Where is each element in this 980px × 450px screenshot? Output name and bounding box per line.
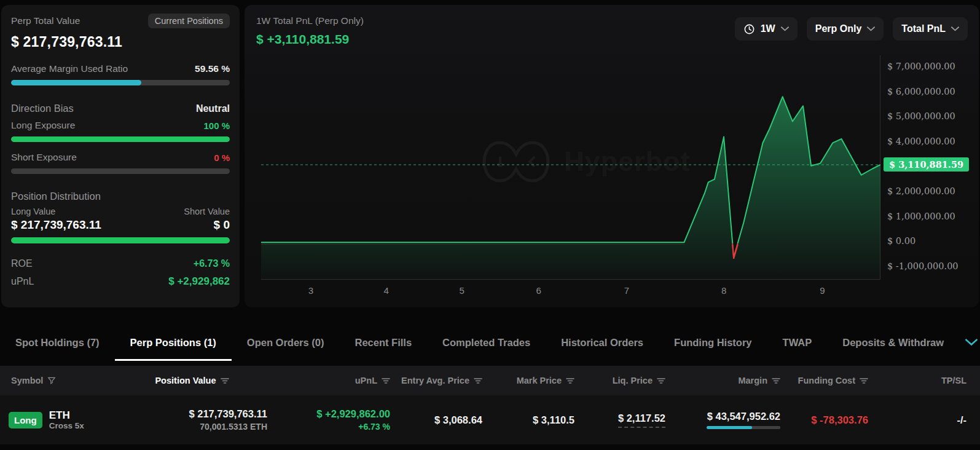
y-axis-label: $ 5,000,000.00: [887, 111, 955, 121]
chart-title: 1W Total PnL (Perp Only): [256, 15, 364, 26]
scope-label: Perp Only: [815, 23, 862, 34]
cell-tp-sl: -/-: [868, 414, 980, 426]
y-axis-label: $ 2,000,000.00: [887, 186, 955, 196]
dashboard: Perp Total Value Current Positions $ 217…: [0, 0, 980, 450]
funnel-icon: [47, 376, 56, 385]
column-header-margin[interactable]: Margin: [665, 376, 780, 385]
short-exposure-value: 0 %: [214, 152, 230, 163]
side-badge: Long: [9, 412, 42, 428]
positions-table-header: SymbolPosition ValueuPnLEntry Avg. Price…: [0, 366, 980, 395]
column-header-liq-price[interactable]: Liq. Price: [574, 376, 665, 385]
cell-liq-price[interactable]: $ 2,117.52: [574, 412, 665, 428]
tab-perp-positions-1[interactable]: Perp Positions (1): [115, 324, 232, 361]
long-exposure-value: 100 %: [203, 120, 230, 131]
tab-twap[interactable]: TWAP: [767, 324, 828, 361]
long-exposure-bar-fill: [11, 136, 230, 142]
y-axis-label: $ 7,000,000.00: [887, 61, 955, 71]
short-exposure-bar-track: [11, 168, 230, 174]
y-axis-label: $ 1,000,000.00: [887, 211, 955, 221]
more-tabs-button[interactable]: [959, 324, 980, 361]
sort-icon: [221, 377, 229, 384]
tab-deposits-withdraw[interactable]: Deposits & Withdraw: [827, 324, 959, 361]
column-header-symbol[interactable]: Symbol: [0, 376, 117, 385]
x-axis-label: 6: [536, 285, 541, 296]
tab-completed-trades[interactable]: Completed Trades: [427, 324, 546, 361]
cell-funding-cost: $ -78,303.76: [780, 414, 868, 426]
y-axis-label: $ -1,000,000.00: [887, 261, 958, 271]
column-header-entry-avg-price[interactable]: Entry Avg. Price: [390, 376, 482, 385]
perp-total-value: $ 217,739,763.11: [11, 34, 230, 50]
sort-icon: [657, 377, 665, 384]
long-exposure-bar-track: [11, 136, 230, 142]
x-axis-label: 5: [460, 285, 465, 296]
cell-upnl: $ +2,929,862.00+6.73 %: [267, 408, 390, 432]
cell-margin: $ 43,547,952.62: [665, 411, 780, 429]
chart-controls: 1W Perp Only Total PnL: [735, 17, 968, 41]
upnl-value: $ +2,929,862: [168, 275, 230, 288]
position-distribution-label: Position Distribution: [11, 191, 230, 202]
column-header-funding-cost[interactable]: Funding Cost: [780, 376, 868, 385]
tab-recent-fills[interactable]: Recent Fills: [339, 324, 427, 361]
x-axis-label: 3: [308, 285, 313, 296]
cell-entry-avg-price: $ 3,068.64: [390, 414, 482, 426]
sort-icon: [474, 377, 482, 384]
tab-open-orders-0[interactable]: Open Orders (0): [232, 324, 340, 361]
y-axis-label: $ 6,000,000.00: [887, 87, 955, 97]
metric-dropdown[interactable]: Total PnL: [893, 17, 968, 41]
long-value-label: Long Value: [11, 207, 55, 216]
perp-total-value-label: Perp Total Value: [11, 15, 80, 26]
position-row[interactable]: LongETHCross 5x$ 217,739,763.1170,001.53…: [0, 395, 980, 444]
pnl-chart-plot[interactable]: [261, 55, 880, 280]
margin-usage-bar: [707, 426, 780, 429]
column-header-tp-sl[interactable]: TP/SL: [868, 376, 980, 385]
distribution-bar-fill: [11, 237, 230, 243]
metric-label: Total PnL: [901, 23, 946, 34]
sort-icon: [860, 377, 868, 384]
timeframe-label: 1W: [761, 23, 775, 34]
column-header-position-value[interactable]: Position Value: [117, 376, 267, 385]
y-axis-label: $ 4,000,000.00: [887, 136, 955, 146]
timeframe-dropdown[interactable]: 1W: [735, 17, 798, 41]
scope-dropdown[interactable]: Perp Only: [807, 17, 884, 41]
column-header-mark-price[interactable]: Mark Price: [482, 376, 574, 385]
direction-bias-value: Neutral: [196, 103, 230, 114]
chevron-down-icon: [965, 339, 978, 346]
current-positions-badge[interactable]: Current Positions: [148, 14, 230, 28]
cell-mark-price: $ 3,110.5: [482, 414, 574, 426]
margin-ratio-bar-track: [11, 80, 230, 85]
margin-ratio-value: 59.56 %: [195, 63, 230, 74]
short-exposure-label: Short Exposure: [11, 152, 77, 163]
symbol-name: ETH: [49, 409, 84, 421]
pnl-chart-card: 1W Total PnL (Perp Only) $ +3,110,881.59…: [245, 5, 979, 307]
cell-symbol: LongETHCross 5x: [0, 409, 117, 430]
tab-spot-holdings-7[interactable]: Spot Holdings (7): [0, 324, 115, 361]
sort-icon: [382, 377, 390, 384]
roe-value: +6.73 %: [194, 258, 230, 269]
y-axis-label: $ 0.00: [887, 236, 915, 246]
short-value: $ 0: [214, 218, 230, 232]
sort-icon: [772, 377, 780, 384]
x-axis-label: 8: [721, 285, 726, 296]
short-value-label: Short Value: [184, 207, 230, 216]
current-value-badge: $ 3,110,881.59: [884, 157, 969, 172]
long-value: $ 217,739,763.11: [11, 218, 101, 232]
x-axis-label: 9: [820, 285, 825, 296]
x-axis-label: 4: [384, 285, 389, 296]
long-exposure-label: Long Exposure: [11, 120, 75, 131]
sort-icon: [566, 377, 574, 384]
tab-historical-orders[interactable]: Historical Orders: [546, 324, 659, 361]
margin-ratio-bar-fill: [11, 80, 141, 85]
direction-bias-label: Direction Bias: [11, 103, 74, 114]
chevron-down-icon: [781, 26, 789, 31]
chevron-down-icon: [951, 26, 959, 31]
tab-funding-history[interactable]: Funding History: [659, 324, 767, 361]
distribution-bar-track: [11, 237, 230, 243]
margin-ratio-label: Average Margin Used Ratio: [11, 63, 128, 74]
chevron-down-icon: [867, 26, 875, 31]
column-header-upnl[interactable]: uPnL: [267, 376, 390, 385]
upnl-label: uPnL: [11, 276, 34, 287]
roe-label: ROE: [11, 258, 33, 269]
chart-pnl-value: $ +3,110,881.59: [256, 32, 349, 47]
bottom-tabs: Spot Holdings (7)Perp Positions (1)Open …: [0, 324, 980, 361]
leverage-label: Cross 5x: [49, 421, 84, 430]
